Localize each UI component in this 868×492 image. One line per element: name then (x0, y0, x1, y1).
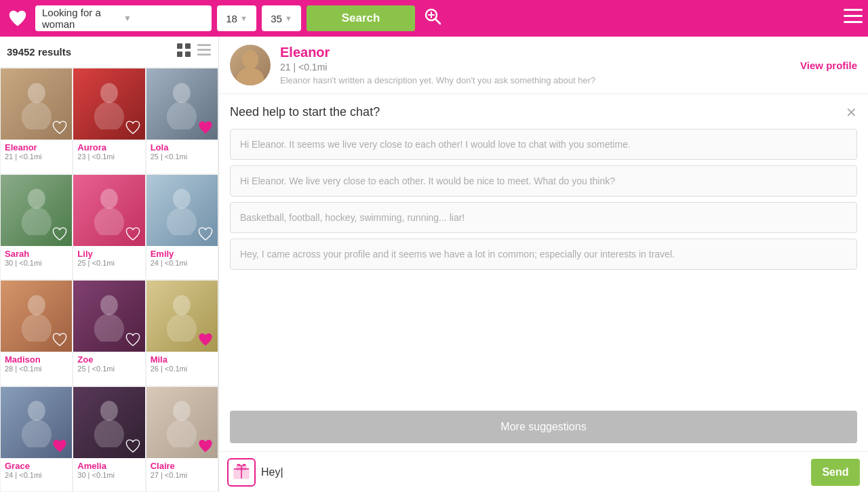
profile-card-eleanor[interactable]: Eleanor 21 | <0.1mi (0, 68, 73, 174)
more-suggestions-button[interactable]: More suggestions (230, 411, 857, 443)
message-input[interactable] (261, 466, 806, 478)
suggestion-item-3[interactable]: Hey, I came across your profile and it s… (230, 239, 857, 270)
card-meta: 26 | <0.1mi (151, 365, 214, 373)
chat-help-title: Need help to start the chat? (230, 105, 846, 119)
svg-point-24 (173, 189, 191, 209)
profile-info-card: Claire 27 | <0.1mi (146, 458, 218, 483)
profile-name: Eleanor (280, 45, 789, 60)
search-filter-dropdown[interactable]: Looking for a woman ▼ (35, 5, 212, 31)
profile-info-card: Lily 25 | <0.1mi (73, 246, 144, 271)
profile-card-emily[interactable]: Emily 24 | <0.1mi (146, 174, 218, 281)
card-name: Lola (151, 142, 214, 152)
topnav: Looking for a woman ▼ 18 ▼ 35 ▼ Search (0, 0, 868, 37)
list-view-icon[interactable] (197, 43, 212, 61)
profile-photo (73, 175, 144, 246)
card-meta: 27 | <0.1mi (151, 471, 214, 479)
profile-card-mila[interactable]: Mila 26 | <0.1mi (146, 280, 218, 386)
profile-card-zoe[interactable]: Zoe 25 | <0.1mi (73, 280, 145, 386)
chevron-down-icon: ▼ (240, 14, 248, 22)
profile-photo (1, 68, 72, 140)
card-name: Grace (5, 461, 68, 471)
card-meta: 25 | <0.1mi (77, 365, 140, 373)
card-name: Amelia (77, 461, 140, 471)
favorite-button[interactable] (125, 331, 141, 348)
svg-point-32 (28, 401, 45, 421)
card-meta: 24 | <0.1mi (5, 471, 68, 479)
send-button[interactable]: Send (811, 459, 860, 486)
gift-button[interactable] (227, 458, 256, 487)
age-min-value: 18 (226, 13, 237, 24)
suggestion-item-0[interactable]: Hi Eleanor. It seems we live very close … (230, 129, 857, 160)
chevron-down-icon: ▼ (285, 14, 292, 22)
results-count: 39452 results (7, 46, 176, 58)
favorite-button[interactable] (52, 226, 68, 242)
profile-info-card: Zoe 25 | <0.1mi (73, 352, 144, 377)
profile-info-card: Madison 28 | <0.1mi (1, 352, 72, 377)
favorite-button[interactable] (197, 226, 214, 242)
profiles-grid: Eleanor 21 | <0.1mi Aurora 23 | <0.1mi (0, 68, 218, 492)
profile-photo (146, 387, 218, 458)
suggestion-item-2[interactable]: Basketball, football, hockey, swimming, … (230, 202, 857, 233)
profile-card-lola[interactable]: Lola 25 | <0.1mi (146, 68, 218, 174)
favorite-button[interactable] (125, 119, 141, 136)
svg-point-20 (28, 189, 45, 209)
svg-rect-5 (844, 15, 863, 17)
view-profile-button[interactable]: View profile (800, 60, 857, 71)
search-button[interactable]: Search (307, 5, 415, 31)
svg-point-33 (22, 419, 52, 447)
svg-point-27 (22, 314, 52, 342)
profile-info-card: Lola 25 | <0.1mi (146, 140, 218, 165)
card-meta: 21 | <0.1mi (5, 152, 68, 161)
profile-card-lily[interactable]: Lily 25 | <0.1mi (73, 174, 145, 281)
profile-photo (1, 387, 72, 458)
profile-card-madison[interactable]: Madison 28 | <0.1mi (0, 280, 73, 386)
profile-card-sarah[interactable]: Sarah 30 | <0.1mi (0, 174, 73, 281)
profile-card-grace[interactable]: Grace 24 | <0.1mi (0, 386, 73, 493)
profile-info-card: Amelia 30 | <0.1mi (73, 458, 144, 483)
age-max-select[interactable]: 35 ▼ (262, 5, 301, 31)
results-bar: 39452 results (0, 37, 218, 68)
profile-photo (146, 175, 218, 246)
favorite-button[interactable] (52, 331, 68, 348)
favorite-button[interactable] (125, 226, 141, 242)
svg-point-29 (94, 314, 124, 342)
age-min-select[interactable]: 18 ▼ (217, 5, 256, 31)
svg-rect-8 (185, 43, 191, 49)
chevron-down-icon: ▼ (123, 14, 205, 23)
hamburger-menu-icon[interactable] (844, 9, 863, 28)
card-name: Mila (151, 354, 214, 365)
profile-info-card: Aurora 23 | <0.1mi (73, 140, 144, 165)
profile-info-card: Emily 24 | <0.1mi (146, 246, 218, 271)
svg-point-39 (237, 68, 264, 85)
card-name: Sarah (5, 249, 68, 259)
profile-info-card: Sarah 30 | <0.1mi (1, 246, 72, 271)
active-profile-header: Eleanor 21 | <0.1mi Eleanor hasn't writt… (219, 37, 868, 94)
suggestion-item-1[interactable]: Hi Eleanor. We live very close to each o… (230, 165, 857, 197)
card-name: Zoe (77, 354, 140, 365)
search-filter-label: Looking for a woman (42, 7, 123, 30)
grid-view-icon[interactable] (176, 43, 191, 61)
svg-point-28 (100, 295, 118, 314)
zoom-icon[interactable] (423, 7, 442, 30)
profile-age-dist: 21 | <0.1mi (280, 62, 789, 73)
right-panel: Eleanor 21 | <0.1mi Eleanor hasn't writt… (218, 37, 868, 492)
favorite-button[interactable] (52, 119, 68, 136)
profile-info-card: Eleanor 21 | <0.1mi (1, 140, 72, 165)
card-meta: 28 | <0.1mi (5, 365, 68, 373)
close-button[interactable]: ✕ (846, 106, 857, 119)
chat-header-row: Need help to start the chat? ✕ (230, 105, 857, 119)
favorite-button[interactable] (197, 331, 214, 348)
left-panel: 39452 results Eleanor 21 | <0.1mi (0, 37, 218, 492)
card-name: Lily (77, 249, 140, 259)
favorite-button[interactable] (197, 438, 214, 454)
profile-card-amelia[interactable]: Amelia 30 | <0.1mi (73, 386, 145, 493)
profile-card-aurora[interactable]: Aurora 23 | <0.1mi (73, 68, 145, 174)
profile-bio: Eleanor hasn't written a description yet… (280, 75, 789, 85)
favorite-button[interactable] (52, 438, 68, 454)
favorite-button[interactable] (197, 119, 214, 136)
app-logo[interactable] (5, 6, 30, 30)
profile-card-claire[interactable]: Claire 27 | <0.1mi (146, 386, 218, 493)
avatar (230, 45, 271, 85)
svg-point-21 (22, 207, 52, 235)
favorite-button[interactable] (125, 438, 141, 454)
